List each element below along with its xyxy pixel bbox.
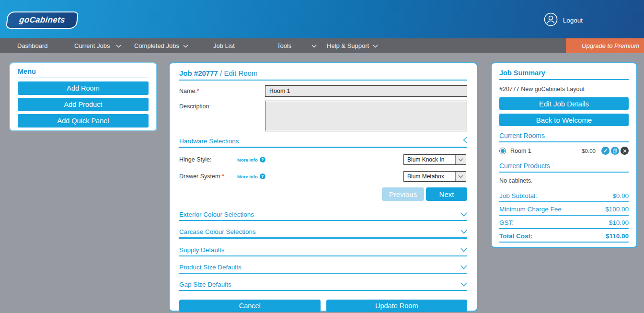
total-value: $0.00 [612,192,629,199]
chevron-down-icon [460,246,467,254]
section-name: / Edit Room [218,69,258,77]
logout-button[interactable]: Logout [544,12,583,28]
room-description-textarea[interactable] [265,101,467,131]
nav-label: Current Jobs [74,42,110,49]
previous-button[interactable]: Previous [382,187,424,201]
delete-room-icon[interactable] [621,147,629,155]
section-title: Carcase Colour Selections [179,228,256,235]
room-actions [601,147,629,155]
section-title: Product Size Defaults [179,264,242,271]
cancel-button[interactable]: Cancel [179,300,321,312]
room-list-item: Room 1 $0.00 [499,147,629,155]
job-summary-title: Job Summary [499,69,629,80]
duplicate-room-icon[interactable] [611,147,619,155]
section-supply-defaults[interactable]: Supply Defaults [179,246,467,256]
minimum-charge-row: Minimum Charge Fee $100.00 [499,202,629,216]
more-info-link[interactable]: More Info ? [237,157,265,162]
no-products-text: No cabinets. [499,177,629,184]
chevron-down-icon [311,42,317,49]
room-name: Room 1 [510,148,531,154]
current-products-heading: Current Products [499,162,629,173]
chevron-down-icon [455,172,466,181]
user-icon [544,12,558,28]
job-subtotal-row: Job Subtotal: $0.00 [499,189,629,202]
update-room-button[interactable]: Update Room [326,300,468,312]
job-summary-panel: Job Summary #20777 New goCabinets Layout… [491,62,637,248]
total-value: $100.00 [605,206,629,213]
total-value: $110.00 [606,232,629,240]
total-cost-row: Total Cost: $110.00 [499,229,629,243]
nav-dashboard[interactable]: Dashboard [17,38,48,53]
section-exterior-colour[interactable]: Exterior Colour Selections [179,211,467,221]
nav-current-jobs[interactable]: Current Jobs [74,38,121,53]
total-label: Job Subtotal: [499,192,537,199]
chevron-down-icon [455,155,466,164]
section-product-size-defaults[interactable]: Product Size Defaults [179,264,467,274]
section-gap-size-defaults[interactable]: Gap Size Defaults [179,281,467,291]
chevron-down-icon [460,211,467,218]
edit-room-panel: Job #20777 / Edit Room Name:* Descriptio… [169,62,478,312]
main-nav: Dashboard Current Jobs Completed Jobs Jo… [0,38,644,53]
chevron-down-icon [116,42,121,49]
form-actions: Cancel Update Room [179,300,467,312]
description-row: Description: [179,101,467,131]
gocabinets-logo[interactable]: goCabinets [6,12,79,29]
chevron-down-icon [460,264,467,271]
logo-text: goCabinets [19,15,66,25]
selected-value: Blum Metabox [404,172,455,181]
add-product-button[interactable]: Add Product [18,98,149,111]
name-label: Name:* [179,85,265,94]
edit-room-icon[interactable] [601,147,610,155]
help-icon: ? [260,174,265,179]
menu-title: Menu [18,68,149,78]
total-label: Minimum Charge Fee [499,206,562,213]
total-label: Total Cost: [499,232,533,240]
section-title: Exterior Colour Selections [179,211,254,218]
nav-label: Tools [277,42,291,49]
section-carcase-colour[interactable]: Carcase Colour Selections [179,228,467,239]
job-description-line: #20777 New goCabinets Layout [499,86,629,93]
logout-label: Logout [563,17,583,24]
nav-completed-jobs[interactable]: Completed Jobs [134,38,188,53]
upgrade-premium-button[interactable]: Upgrade to Premium [566,38,644,53]
more-info-link[interactable]: More Info ? [237,174,265,179]
hinge-style-row: Hinge Style: More Info ? Blum Knock In [179,154,467,165]
hinge-style-label: Hinge Style: [179,156,237,163]
section-title: Hardware Selections [179,138,239,145]
nav-tools[interactable]: Tools [277,38,317,53]
room-price: $0.00 [582,148,596,154]
section-title: Gap Size Defaults [179,281,231,288]
nav-help-support[interactable]: Help & Support [327,38,378,53]
premium-label: Upgrade to Premium [582,42,639,49]
drawer-system-row: Drawer System:* More Info ? Blum Metabox [179,171,467,182]
hinge-style-select[interactable]: Blum Knock In [403,154,466,165]
total-label: GST: [499,219,514,226]
next-button[interactable]: Next [426,187,467,201]
current-rooms-heading: Current Rooms [499,132,629,142]
edit-job-details-button[interactable]: Edit Job Details [499,97,629,110]
chevron-down-icon [373,42,378,49]
job-number: Job #20777 [179,69,218,77]
chevron-down-icon [460,228,467,235]
menu-panel: Menu Add Room Add Product Add Quick Pane… [9,62,157,131]
chevron-down-icon [460,281,467,288]
back-to-welcome-button[interactable]: Back to Welcome [499,114,629,126]
page-title: Job #20777 / Edit Room [179,69,467,81]
section-title: Supply Defaults [179,246,225,254]
nav-label: Completed Jobs [134,42,179,49]
drawer-system-label: Drawer System:* [179,173,237,180]
room-name-input[interactable] [265,85,467,97]
add-quick-panel-button[interactable]: Add Quick Panel [18,114,149,128]
required-asterisk: * [197,88,199,94]
nav-label: Job List [213,42,235,49]
room-radio-selected[interactable] [499,148,506,154]
chevron-down-icon [183,42,188,49]
nav-job-list[interactable]: Job List [213,38,235,53]
description-label: Description: [179,101,265,110]
add-room-button[interactable]: Add Room [18,81,149,95]
section-hardware-selections[interactable]: Hardware Selections [179,137,467,148]
drawer-system-select[interactable]: Blum Metabox [403,171,466,182]
gst-row: GST: $10.00 [499,216,629,229]
selected-value: Blum Knock In [404,155,455,164]
help-icon: ? [260,157,265,162]
